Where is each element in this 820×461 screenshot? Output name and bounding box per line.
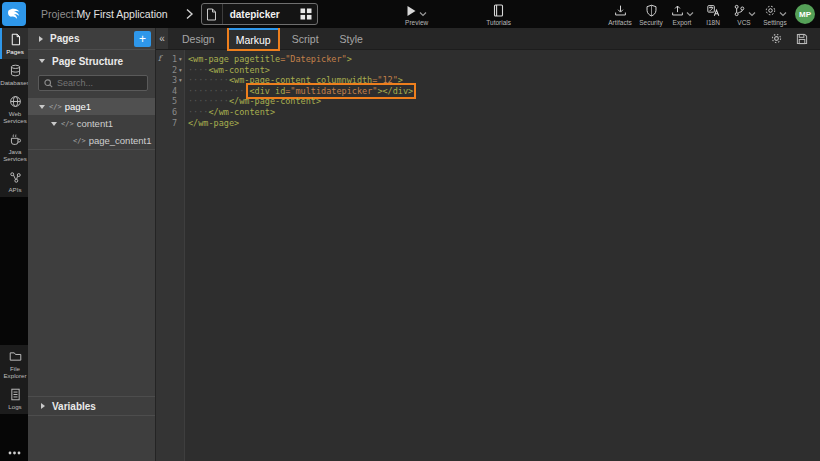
rail-item-databases[interactable]: Databases [0,59,28,90]
triangle-right-icon[interactable] [41,403,45,409]
chevron-down-icon[interactable] [748,11,756,17]
tree-node-page1[interactable]: </>page1 [28,98,155,115]
rail-item-label: Pages [6,48,24,55]
tree-node-content1[interactable]: </>content1 [28,115,155,132]
settings-button[interactable]: Settings [762,3,788,26]
code-line[interactable]: 6····</wm-content> [156,107,820,118]
code-tag-token: <div id [249,86,285,96]
page-structure-header[interactable]: Page Structure [28,50,155,72]
security-button[interactable]: Security [638,3,664,26]
topbar-tools: ArtifactsSecurityExportI18NVCSSettings [607,3,788,26]
save-icon[interactable] [796,33,808,45]
add-page-button[interactable]: + [134,31,151,47]
rail-item-java-services[interactable]: Java Services [0,128,28,166]
search-box [38,75,148,91]
tab-markup[interactable]: Markup [229,28,278,49]
preview-label: Preview [405,19,428,26]
search-input[interactable] [57,78,142,88]
tree-node-page_content1[interactable]: </>page_content1 [28,132,155,149]
ellipsis-icon [8,451,21,455]
line-gutter: 3▾ [156,75,184,86]
tree-node-label: content1 [77,118,113,129]
code-line[interactable]: 2▾····<wm-content> [156,65,820,76]
rail-group-top: PagesDatabasesWeb ServicesJava ServicesA… [0,28,28,197]
code-line[interactable]: 4············<div id="multidatepicker"><… [156,86,820,97]
tutorials-button[interactable]: Tutorials [486,3,512,26]
code-tag-token: <wm-content> [208,65,269,75]
code-tag-token: <wm-page pagetitle [188,54,280,64]
triangle-down-icon[interactable] [38,105,46,109]
chevron-down-icon[interactable] [779,11,787,17]
topbar: Project:My First Application datepicker … [0,0,820,28]
rail-item-label: Logs [8,403,21,410]
vcs-button[interactable]: VCS [731,3,757,26]
tab-style[interactable]: Style [333,28,370,49]
rail-group-bottom: File ExplorerLogs [0,345,28,414]
collapse-panel-button[interactable]: « [156,28,168,49]
tab-design[interactable]: Design [175,28,222,49]
tab-label: Style [340,33,363,45]
triangle-down-icon [39,105,45,109]
page-structure-label: Page Structure [52,56,123,67]
fold-arrow-icon[interactable]: ▾ [177,75,184,86]
whitespace-dots: ···· [188,107,208,117]
chevron-down-icon[interactable] [419,11,427,17]
pages-panel: Pages + Page Structure </>page1</>conten… [28,28,156,461]
rail-item-pages[interactable]: Pages [0,28,28,59]
code-tag-token: > [398,75,403,85]
code-string-token: ="multidatepicker" [285,86,377,96]
code-line[interactable]: 3▾········<wm-page-content columnwidth="… [156,75,820,86]
code-text[interactable]: ········</wm-page-content> [184,96,321,107]
markup-code-editor[interactable]: f1▾<wm-page pagetitle="Datepicker">2▾···… [156,50,820,461]
fold-arrow-icon[interactable]: ▾ [177,54,184,65]
chevron-down-icon[interactable] [686,11,694,17]
widget-icon: </> [49,103,62,111]
file-explorer-icon [9,350,22,363]
tutorials-label: Tutorials [486,19,511,26]
java-services-icon [9,133,22,146]
triangle-down-icon[interactable] [50,122,58,126]
page-settings-gear-icon[interactable] [770,32,783,45]
rail-item-apis[interactable]: APIs [0,166,28,197]
rail-item-logs[interactable]: Logs [0,383,28,414]
variables-section-header[interactable]: Variables [28,396,155,416]
code-line[interactable]: 5········</wm-page-content> [156,96,820,107]
triangle-down-icon [51,122,57,126]
triangle-right-icon[interactable] [39,36,43,42]
book-icon [493,4,504,17]
code-line[interactable]: f1▾<wm-page pagetitle="Datepicker"> [156,54,820,65]
avatar[interactable]: MP [795,4,815,24]
code-text[interactable]: ····<wm-content> [184,65,270,76]
code-text[interactable]: ········<wm-page-content columnwidth="12… [184,75,403,86]
code-line[interactable]: 7</wm-page> [156,118,820,129]
tab-script[interactable]: Script [285,28,326,49]
fold-arrow-icon[interactable]: ▾ [177,65,184,76]
line-gutter: 5 [156,96,184,107]
i18n-button[interactable]: I18N [700,3,726,26]
page-tab[interactable]: datepicker [201,3,318,25]
app-logo-icon[interactable] [2,2,26,26]
studio-window: Project:My First Application datepicker … [0,0,820,461]
line-number: 2 [156,65,177,76]
code-text[interactable]: </wm-page> [184,118,239,129]
code-text[interactable]: ············<div id="multidatepicker"></… [184,86,413,97]
code-tag-token: </wm-page-content> [229,96,321,106]
branch-icon [733,4,746,17]
rail-item-file-explorer[interactable]: File Explorer [0,345,28,383]
preview-button[interactable]: Preview [404,3,430,26]
code-text[interactable]: <wm-page pagetitle="Datepicker"> [184,54,352,65]
tool-label: Settings [763,19,787,26]
widget-icon: </> [61,120,74,128]
more-button[interactable] [0,451,28,455]
pages-section-header[interactable]: Pages + [28,28,155,50]
artifacts-button[interactable]: Artifacts [607,3,633,26]
code-text[interactable]: ····</wm-content> [184,107,275,118]
download-icon [614,4,627,17]
tabbar-actions [770,28,820,49]
export-button[interactable]: Export [669,3,695,26]
triangle-down-icon[interactable] [39,59,45,63]
rail-item-web-services[interactable]: Web Services [0,90,28,128]
rail-item-label: APIs [8,186,21,193]
line-number: 3 [156,75,177,86]
grid-icon[interactable] [300,8,312,20]
